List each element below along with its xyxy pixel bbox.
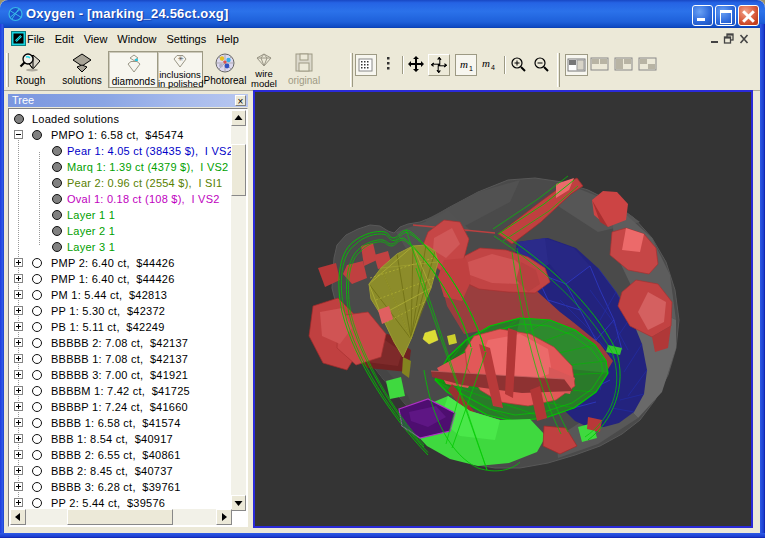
svg-text:m: m (482, 57, 490, 69)
svg-text:✳: ✳ (178, 55, 184, 62)
svg-text:4: 4 (491, 64, 495, 71)
svg-text:1: 1 (469, 65, 473, 72)
svg-text:m: m (460, 58, 468, 70)
